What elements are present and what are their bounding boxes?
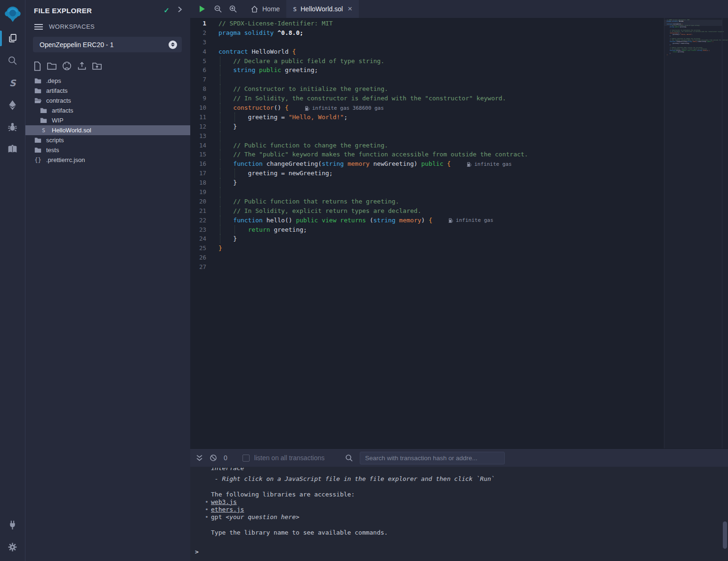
ethereum-deploy-icon: [7, 99, 18, 110]
tree-item-label: artifacts: [52, 107, 73, 114]
tree-item-contracts[interactable]: contracts: [25, 96, 190, 106]
line-number: 25: [190, 244, 218, 253]
terminal-lines: interface - Right click on a JavaScript …: [211, 468, 728, 537]
code-line-10: 10 constructor() {infinite gas 368600 ga…: [190, 103, 728, 113]
sidebar-item-learneth[interactable]: [0, 138, 25, 160]
tab-helloworld-sol[interactable]: S HelloWorld.sol ×: [286, 0, 359, 18]
clear-console-icon[interactable]: [210, 454, 217, 462]
listen-transactions-checkbox[interactable]: [243, 455, 250, 462]
line-number: 21: [190, 206, 218, 216]
sidebar-item-file-explorer[interactable]: [0, 27, 25, 49]
line-number: 9: [190, 94, 218, 103]
folder-icon: [40, 117, 47, 123]
tree-item--deps[interactable]: .deps: [25, 76, 190, 86]
minimap-viewport[interactable]: [664, 20, 722, 26]
sidebar-item-debugger[interactable]: [0, 116, 25, 138]
tree-item-artifacts[interactable]: artifacts: [25, 106, 190, 115]
tab-label: Home: [262, 5, 280, 13]
tree-item-label: .deps: [46, 77, 61, 84]
main-area: Home S HelloWorld.sol × 1// SPDX-License…: [190, 0, 728, 561]
indent-guide: [235, 169, 235, 178]
tab-home[interactable]: Home: [244, 0, 286, 18]
gas-pump-icon: [448, 218, 453, 223]
line-number: 10: [190, 103, 218, 113]
line-number: 22: [190, 216, 218, 225]
upload-folder-button[interactable]: [92, 61, 102, 71]
solidity-file-icon: S: [42, 127, 45, 134]
code-line-7: 7: [190, 75, 728, 84]
tree-item-helloworld-sol[interactable]: SHelloWorld.sol: [25, 125, 190, 135]
tree-item-scripts[interactable]: scripts: [25, 135, 190, 145]
line-number: 6: [190, 65, 218, 75]
zoom-out-icon[interactable]: [214, 5, 222, 13]
terminal-line: interface: [211, 468, 728, 475]
run-script-button[interactable]: [198, 5, 206, 13]
close-tab-icon[interactable]: ×: [348, 4, 352, 14]
line-number: 24: [190, 234, 218, 244]
library-link[interactable]: web3.js: [211, 498, 237, 505]
folder-icon: [34, 88, 41, 94]
tree-item-wip[interactable]: WIP: [25, 115, 190, 125]
line-number: 13: [190, 131, 218, 141]
editor-scrollbar[interactable]: [722, 18, 728, 448]
sidebar-item-deploy-and-run[interactable]: [0, 94, 25, 116]
tree-item--prettierrc-json[interactable]: {}.prettierrc.json: [25, 155, 190, 165]
indent-guide: [220, 206, 220, 216]
new-file-button[interactable]: [33, 61, 42, 71]
sidebar-item-settings[interactable]: [0, 536, 25, 558]
tab-label: HelloWorld.sol: [300, 5, 343, 13]
indent-guide: [235, 113, 235, 122]
workspace-select[interactable]: OpenZeppelin ERC20 - 1: [33, 37, 182, 52]
line-content: greeting = newGreeting;: [218, 169, 333, 178]
tree-item-label: HelloWorld.sol: [52, 127, 91, 134]
sidebar-item-plugin-manager[interactable]: [0, 514, 25, 536]
line-number: 2: [190, 28, 218, 38]
zoom-in-icon[interactable]: [229, 5, 237, 13]
code-line-18: 18 }: [190, 178, 728, 187]
transaction-search-input[interactable]: [360, 452, 505, 464]
tree-item-artifacts[interactable]: artifacts: [25, 86, 190, 96]
line-content: greeting = "Hello, World!";: [218, 113, 348, 122]
remix-logo-button[interactable]: [0, 0, 25, 27]
line-content: // Constructor to initialize the greetin…: [218, 84, 388, 94]
hamburger-menu-icon[interactable]: [34, 24, 43, 30]
terminal-output[interactable]: interface - Right click on a JavaScript …: [190, 467, 728, 561]
folder-icon: [40, 107, 47, 114]
terminal-prompt[interactable]: >: [195, 548, 199, 555]
expand-terminal-icon[interactable]: [196, 455, 203, 462]
gas-estimate-annotation[interactable]: infinite gas: [467, 160, 511, 169]
solidity-compiler-icon: S: [9, 78, 16, 88]
indent-guide: [220, 169, 220, 178]
code-line-20: 20 // Public function that returns the g…: [190, 197, 728, 206]
line-number: 5: [190, 57, 218, 66]
line-content: // In Solidity, explicit return types ar…: [218, 206, 421, 216]
clone-github-button[interactable]: [62, 61, 72, 71]
indent-guide: [220, 131, 220, 141]
indent-guide: [220, 216, 220, 225]
sidebar-item-search[interactable]: [0, 49, 25, 72]
sidebar-item-solidity-compiler[interactable]: S: [0, 72, 25, 94]
code-line-4: 4contract HelloWorld {: [190, 47, 728, 57]
upload-file-button[interactable]: [77, 61, 87, 71]
code-editor[interactable]: 1// SPDX-License-Identifier: MIT2pragma …: [190, 18, 728, 448]
bullet-icon: •: [205, 513, 211, 521]
indent-guide: [220, 122, 220, 131]
terminal-search-icon: [345, 454, 353, 462]
gas-estimate-annotation[interactable]: infinite gas 368600 gas: [305, 104, 384, 113]
code-line-6: 6 string public greeting;: [190, 65, 728, 75]
tree-item-tests[interactable]: tests: [25, 145, 190, 155]
new-folder-button[interactable]: [47, 61, 57, 71]
line-content: }: [218, 178, 237, 187]
chevron-right-icon[interactable]: [177, 6, 183, 15]
gas-estimate-annotation[interactable]: infinite gas: [448, 216, 493, 225]
library-link[interactable]: ethers.js: [211, 506, 244, 513]
check-icon[interactable]: ✓: [163, 6, 170, 15]
line-content: // SPDX-License-Identifier: MIT: [218, 19, 333, 28]
indent-guide: [220, 84, 220, 94]
terminal-scrollbar-thumb[interactable]: [723, 521, 727, 549]
home-icon: [251, 5, 259, 13]
line-number: 4: [190, 47, 218, 57]
gas-pump-icon: [305, 106, 310, 111]
line-number: 8: [190, 84, 218, 94]
code-line-15: 15 // The "public" keyword makes the fun…: [190, 150, 728, 159]
